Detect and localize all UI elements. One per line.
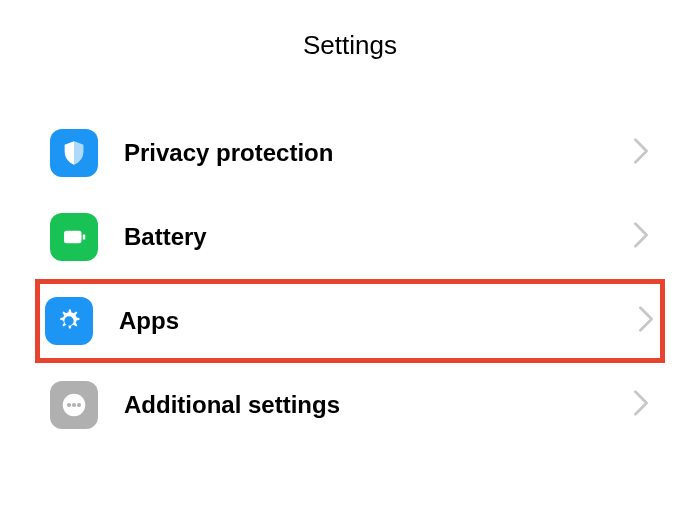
gear-icon [45, 297, 93, 345]
item-label-apps: Apps [119, 307, 637, 335]
page-title: Settings [0, 30, 700, 61]
svg-point-6 [77, 403, 81, 407]
svg-point-4 [67, 403, 71, 407]
chevron-right-icon [637, 305, 655, 337]
settings-item-privacy[interactable]: Privacy protection [40, 111, 660, 195]
ellipsis-icon [50, 381, 98, 429]
settings-item-additional[interactable]: Additional settings [40, 363, 660, 447]
settings-list: Privacy protection Battery A [0, 111, 700, 447]
settings-item-battery[interactable]: Battery [40, 195, 660, 279]
battery-icon [50, 213, 98, 261]
item-label-battery: Battery [124, 223, 632, 251]
svg-rect-1 [83, 235, 86, 240]
chevron-right-icon [632, 389, 650, 421]
settings-item-apps[interactable]: Apps [35, 279, 665, 363]
chevron-right-icon [632, 221, 650, 253]
chevron-right-icon [632, 137, 650, 169]
shield-icon [50, 129, 98, 177]
svg-point-5 [72, 403, 76, 407]
item-label-privacy: Privacy protection [124, 139, 632, 167]
settings-header: Settings [0, 0, 700, 111]
svg-point-2 [66, 318, 73, 325]
item-label-additional: Additional settings [124, 391, 632, 419]
svg-rect-0 [64, 231, 82, 244]
